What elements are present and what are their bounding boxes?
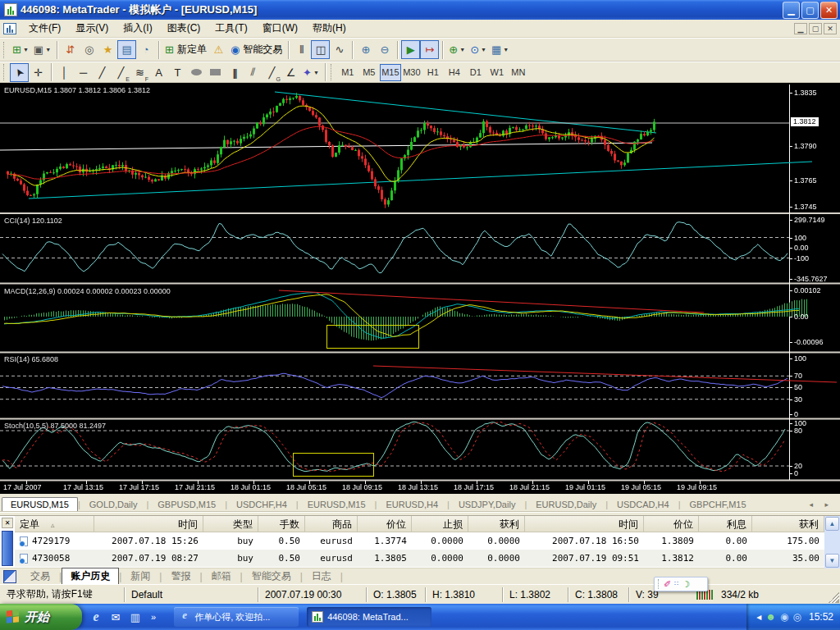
column-header-3[interactable]: 手数 <box>258 516 305 532</box>
column-header-1[interactable]: 时间 <box>94 516 203 532</box>
menu-item-3[interactable]: 图表(C) <box>160 19 208 38</box>
zoom-in-button[interactable]: ⊕ <box>356 40 375 59</box>
terminal-tab-0[interactable]: 交易 <box>21 568 59 585</box>
timeframe-H1-button[interactable]: H1 <box>422 64 444 81</box>
expert-advisors-button[interactable]: ◉智能交易 <box>228 40 285 59</box>
table-row[interactable]: 47300582007.07.19 08:27buy0.50eurusd1.38… <box>15 550 824 567</box>
minimize-button[interactable]: ▁ <box>783 2 800 19</box>
timeframe-H4-button[interactable]: H4 <box>444 64 465 81</box>
favorites-button[interactable]: ★ <box>98 40 117 59</box>
menu-item-5[interactable]: 窗口(W) <box>255 19 305 38</box>
pen-icon[interactable]: ✐ <box>664 578 671 591</box>
gann-line-button[interactable]: ╱G <box>262 63 281 82</box>
scroll-down-button[interactable]: ▼ <box>825 554 839 568</box>
column-header-2[interactable]: 类型 <box>203 516 258 532</box>
chart-shift-button[interactable]: ↦ <box>420 40 439 59</box>
column-header-5[interactable]: 价位 <box>358 516 412 532</box>
column-header-4[interactable]: 商品 <box>305 516 358 532</box>
quick-launch-mail-icon[interactable]: ✉ <box>108 609 123 624</box>
cycle-lines-button[interactable]: ||| <box>225 63 244 82</box>
tray-user-icon[interactable]: ☻ <box>765 611 776 623</box>
column-header-11[interactable]: 获利 <box>752 516 824 532</box>
chart-tab-0[interactable]: EURUSD,M15 <box>2 497 78 511</box>
timeframe-M5-button[interactable]: M5 <box>358 64 380 81</box>
terminal-tab-2[interactable]: 新闻 <box>121 568 159 585</box>
quick-launch-ie-icon[interactable]: e <box>89 609 103 624</box>
leaf-icon[interactable]: ☽ <box>682 578 690 591</box>
vertical-line-button[interactable]: │ <box>55 63 74 82</box>
taskbar-task-0[interactable]: e作单心得, 欢迎拍... <box>174 607 299 627</box>
menu-item-2[interactable]: 插入(I) <box>116 19 159 38</box>
terminal-scrollbar[interactable]: ▲ ▼ <box>824 516 840 568</box>
alert-button[interactable]: ⚠ <box>209 40 228 59</box>
close-button[interactable]: ✕ <box>820 2 838 19</box>
cursor-button[interactable]: ➤ <box>10 63 29 82</box>
candlestick-chart-button[interactable]: ◫ <box>311 40 330 59</box>
menu-item-4[interactable]: 工具(T) <box>208 19 254 38</box>
timeframe-W1-button[interactable]: W1 <box>486 64 508 81</box>
table-row[interactable]: 47291792007.07.18 15:26buy0.50eurusd1.37… <box>15 532 824 550</box>
bar-chart-button[interactable]: ⦀ <box>292 40 311 59</box>
mdi-minimize-button[interactable]: ▁ <box>794 23 807 34</box>
restore-button[interactable]: ▢ <box>801 2 819 19</box>
auto-scroll-button[interactable]: ▶ <box>401 40 420 59</box>
timeframe-M1-button[interactable]: M1 <box>337 64 358 81</box>
chart-tab-7[interactable]: EURUSD,Daily <box>527 497 605 511</box>
periods-button[interactable]: ⊙▼ <box>468 40 489 59</box>
column-header-10[interactable]: 利息 <box>699 516 752 532</box>
ellipse-button[interactable] <box>187 63 206 82</box>
mdi-close-button[interactable]: ✕ <box>824 23 837 34</box>
shapes-button[interactable]: ✦▼ <box>300 63 322 82</box>
arrows-fan-button[interactable]: ∠ <box>281 63 300 82</box>
column-header-9[interactable]: 价位 <box>644 516 699 532</box>
chart-tab-3[interactable]: USDCHF,H4 <box>227 497 296 511</box>
crosshair-button[interactable]: ✛ <box>29 63 48 82</box>
resize-grip[interactable] <box>829 592 839 603</box>
text-label-button[interactable]: T <box>168 63 187 82</box>
templates-button[interactable]: ▦▼ <box>489 40 511 59</box>
mdi-restore-button[interactable]: ▢ <box>809 23 822 34</box>
fibonacci-button[interactable]: ≋F <box>130 63 149 82</box>
scroll-up-button[interactable]: ▲ <box>825 517 839 531</box>
price-chart[interactable]: EURUSD,M15 1.3807 1.3812 1.3806 1.3812CC… <box>0 83 840 494</box>
column-header-0[interactable]: 定单▵ <box>15 516 94 532</box>
column-header-8[interactable]: 时间 <box>525 516 644 532</box>
chart-tab-8[interactable]: USDCAD,H4 <box>608 497 678 511</box>
tray-network-icon[interactable]: ◉ <box>780 611 788 623</box>
taskbar-task-1[interactable]: 446098: MetaTrad... <box>307 607 431 627</box>
terminal-tab-3[interactable]: 警报 <box>162 568 199 585</box>
chart-tab-9[interactable]: GBPCHF,M15 <box>681 497 756 511</box>
menu-item-0[interactable]: 文件(F) <box>21 19 68 38</box>
terminal-drag-strip[interactable] <box>2 531 13 566</box>
indicators-button[interactable]: ⊕▼ <box>446 40 468 59</box>
terminal-close-button[interactable]: ✕ <box>2 518 13 528</box>
equidistant-channel-button[interactable]: ╱E <box>112 63 130 82</box>
parallel-lines-button[interactable]: ⫽ <box>244 63 262 82</box>
crosshair-target-button[interactable]: ◎ <box>80 40 98 59</box>
chart-tab-6[interactable]: USDJPY,Daily <box>450 497 525 511</box>
tray-collapse-chevron-icon[interactable]: ◂ <box>756 611 761 623</box>
chart-tab-4[interactable]: EURUSD,M15 <box>299 497 375 511</box>
terminal-tab-6[interactable]: 日志 <box>303 568 340 585</box>
terminal-tab-4[interactable]: 邮箱 <box>203 568 240 585</box>
navigator-button[interactable]: ◔ <box>136 40 155 59</box>
horizontal-line-button[interactable]: ─ <box>74 63 93 82</box>
text-button[interactable]: A <box>149 63 168 82</box>
terminal-tab-5[interactable]: 智能交易 <box>243 568 300 585</box>
chart-tab-5[interactable]: EURUSD,H4 <box>377 497 447 511</box>
tray-volume-icon[interactable]: ◎ <box>792 611 801 623</box>
menu-item-6[interactable]: 帮助(H) <box>305 19 354 38</box>
timeframe-D1-button[interactable]: D1 <box>465 64 486 81</box>
timeframe-M15-button[interactable]: M15 <box>380 64 401 81</box>
menu-item-1[interactable]: 显示(V) <box>68 19 116 38</box>
profiles-button[interactable]: ▣▼ <box>31 40 53 59</box>
line-chart-button[interactable]: ∿ <box>330 40 349 59</box>
trendline-button[interactable]: ╱ <box>93 63 112 82</box>
terminal-tab-1[interactable]: 账户历史 <box>62 568 119 585</box>
column-header-6[interactable]: 止损 <box>412 516 468 532</box>
timeframe-MN-button[interactable]: MN <box>508 64 529 81</box>
chart-tab-1[interactable]: GOLD,Daily <box>80 497 147 511</box>
market-watch-button[interactable]: ▤ <box>117 40 136 59</box>
start-button[interactable]: 开始 <box>0 604 82 630</box>
chart-tabs-scroll-arrows[interactable]: ◂ ▸ <box>809 500 838 511</box>
